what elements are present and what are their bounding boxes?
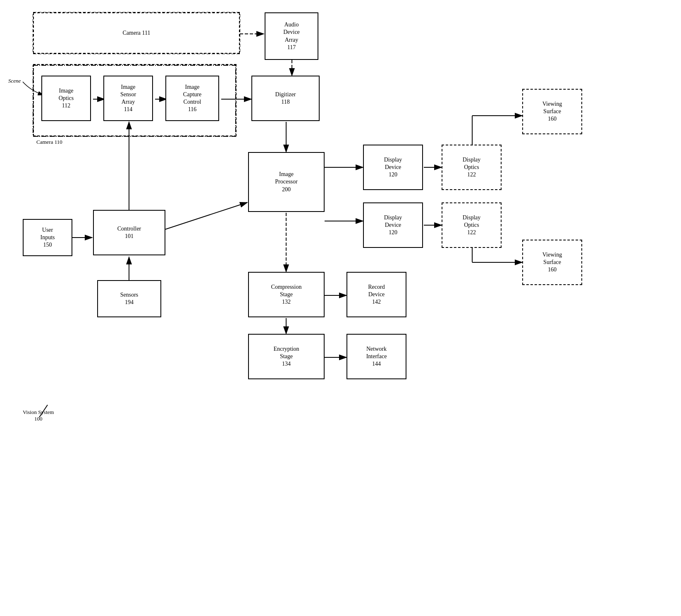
sensors-label: Sensors194 (120, 291, 139, 306)
network-interface-box: NetworkInterface144 (346, 334, 406, 379)
display-optics-1-label: DisplayOptics122 (463, 156, 481, 179)
compression-stage-box: CompressionStage132 (248, 272, 325, 317)
sensors-box: Sensors194 (97, 280, 161, 317)
image-optics-box: ImageOptics112 (41, 76, 91, 121)
display-optics-2-box: DisplayOptics122 (442, 202, 502, 248)
viewing-surface-1-box: ViewingSurface160 (522, 89, 582, 134)
display-device-1-box: DisplayDevice120 (363, 145, 423, 190)
image-optics-label: ImageOptics112 (59, 87, 74, 110)
network-interface-label: NetworkInterface144 (366, 345, 387, 368)
image-processor-label: ImageProcessor200 (275, 171, 297, 193)
image-sensor-array-box: ImageSensorArray114 (103, 76, 153, 121)
viewing-surface-2-label: ViewingSurface160 (542, 251, 562, 274)
digitizer-box: Digitizer118 (251, 76, 320, 121)
image-capture-label: ImageCaptureControl116 (183, 83, 201, 114)
record-device-box: RecordDevice142 (346, 272, 406, 317)
camera-110-label: Camera 110 (36, 139, 62, 145)
user-inputs-label: UserInputs150 (41, 226, 55, 249)
user-inputs-box: UserInputs150 (23, 219, 72, 256)
camera-111-box: Camera 111 (33, 12, 240, 54)
scene-label: Scene (8, 78, 21, 84)
vision-system-label: Vision System100 (23, 409, 54, 422)
diagram: Camera 111 AudioDeviceArray117 ImageOpti… (0, 0, 681, 616)
controller-label: Controller101 (117, 225, 141, 240)
digitizer-label: Digitizer118 (275, 91, 296, 106)
audio-device-label: AudioDeviceArray117 (283, 21, 300, 51)
display-optics-2-label: DisplayOptics122 (463, 214, 481, 237)
compression-stage-label: CompressionStage132 (271, 283, 302, 306)
display-device-2-label: DisplayDevice120 (384, 214, 402, 237)
display-device-1-label: DisplayDevice120 (384, 156, 402, 179)
display-optics-1-box: DisplayOptics122 (442, 145, 502, 190)
record-device-label: RecordDevice142 (368, 283, 385, 306)
svg-line-23 (165, 202, 247, 229)
viewing-surface-2-box: ViewingSurface160 (522, 240, 582, 285)
image-sensor-label: ImageSensorArray114 (120, 83, 136, 114)
viewing-surface-1-label: ViewingSurface160 (542, 100, 562, 123)
audio-device-array-box: AudioDeviceArray117 (265, 12, 318, 60)
controller-box: Controller101 (93, 210, 165, 255)
display-device-2-box: DisplayDevice120 (363, 202, 423, 248)
image-capture-control-box: ImageCaptureControl116 (165, 76, 219, 121)
image-processor-box: ImageProcessor200 (248, 152, 325, 212)
encryption-stage-box: EncryptionStage134 (248, 334, 325, 379)
camera-111-label: Camera 111 (123, 29, 151, 37)
encryption-stage-label: EncryptionStage134 (273, 345, 299, 368)
